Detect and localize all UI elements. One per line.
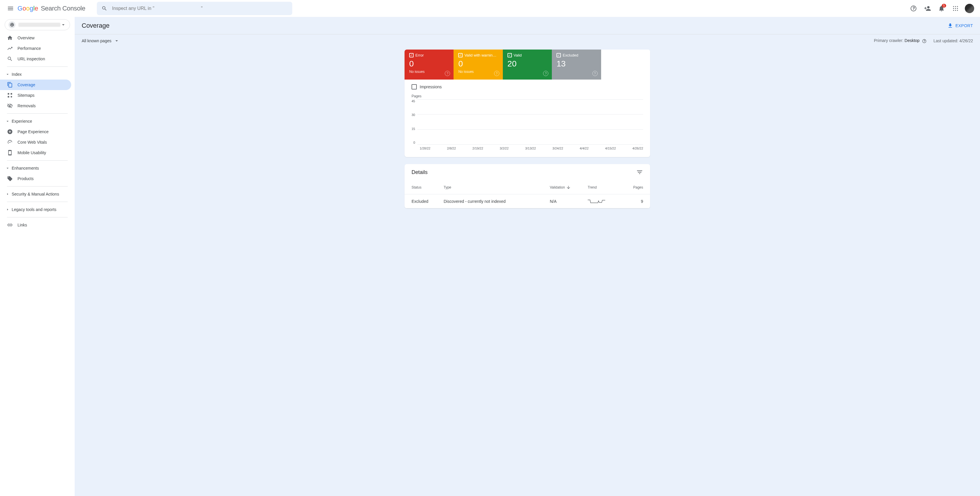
tab-valid-warnings[interactable]: Valid with warnin… 0 No issues ? (453, 49, 503, 79)
help-icon[interactable] (922, 39, 927, 43)
sort-down-icon (566, 185, 571, 190)
nav-label: Coverage (18, 82, 35, 87)
impressions-checkbox[interactable] (412, 84, 417, 89)
page-filter-dropdown[interactable]: All known pages (82, 38, 119, 44)
home-icon (7, 35, 13, 41)
chevron-right-icon (5, 192, 11, 196)
details-title: Details (412, 169, 428, 176)
section-experience[interactable]: Experience (0, 116, 75, 127)
help-icon[interactable]: ? (543, 71, 548, 76)
gauge-icon (7, 139, 13, 145)
chevron-down-icon (5, 166, 11, 171)
nav-links[interactable]: Links (0, 220, 71, 230)
section-enhancements[interactable]: Enhancements (0, 163, 75, 173)
svg-point-2 (955, 6, 956, 7)
hamburger-menu-button[interactable] (5, 3, 16, 14)
chevron-down-icon (5, 119, 11, 124)
nav-overview[interactable]: Overview (0, 33, 71, 43)
svg-text:Google: Google (18, 5, 38, 12)
app-name: Search Console (41, 5, 85, 12)
download-icon (947, 23, 953, 29)
impressions-label: Impressions (420, 84, 442, 89)
nav-label: URL inspection (18, 57, 45, 61)
crawler-info: Primary crawler: Desktop (874, 38, 926, 43)
export-label: EXPORT (956, 23, 973, 28)
section-label: Enhancements (12, 166, 39, 171)
col-trend[interactable]: Trend (588, 185, 625, 189)
avatar-image (965, 4, 974, 13)
nav-products[interactable]: Products (0, 173, 71, 184)
nav-coverage[interactable]: Coverage (0, 79, 71, 90)
property-selector[interactable] (5, 19, 70, 30)
svg-point-4 (953, 8, 954, 9)
section-index[interactable]: Index (0, 69, 75, 79)
account-avatar[interactable] (964, 3, 975, 14)
nav-label: Page Experience (18, 129, 49, 134)
search-icon (7, 56, 13, 62)
tab-valid[interactable]: Valid 20 ? (503, 49, 552, 79)
col-validation[interactable]: Validation (550, 185, 588, 190)
users-button[interactable] (922, 3, 933, 14)
nav-mobile-usability[interactable]: Mobile Usability (0, 147, 71, 158)
circle-plus-icon (7, 129, 13, 135)
tab-excluded[interactable]: Excluded 13 ? (552, 49, 601, 79)
valid-count: 20 (508, 59, 547, 68)
error-count: 0 (409, 59, 449, 68)
coverage-summary-card: Error 0 No issues ? Valid with warnin… 0… (404, 49, 650, 157)
svg-point-8 (955, 10, 956, 11)
property-name-redacted (18, 23, 60, 27)
globe-icon (8, 21, 16, 28)
help-icon[interactable]: ? (494, 71, 500, 76)
url-inspect-search[interactable] (97, 2, 292, 15)
excluded-count: 13 (557, 59, 596, 68)
nav-performance[interactable]: Performance (0, 43, 71, 54)
warning-count: 0 (458, 59, 498, 68)
filter-button[interactable] (636, 169, 643, 176)
dropdown-arrow-icon (114, 38, 119, 44)
help-icon[interactable]: ? (592, 71, 598, 76)
tab-error[interactable]: Error 0 No issues ? (404, 49, 453, 79)
table-row[interactable]: Excluded Discovered - currently not inde… (404, 194, 650, 208)
help-icon[interactable]: ? (445, 71, 450, 76)
sitemap-icon (7, 92, 13, 98)
nav-sitemaps[interactable]: Sitemaps (0, 90, 71, 101)
notifications-button[interactable]: 5 (935, 3, 947, 14)
section-security[interactable]: Security & Manual Actions (0, 189, 75, 199)
nav-url-inspection[interactable]: URL inspection (0, 54, 71, 64)
col-pages[interactable]: Pages (625, 185, 643, 189)
section-label: Experience (12, 119, 32, 124)
nav-label: Removals (18, 103, 36, 108)
checkbox-icon (508, 53, 512, 57)
coverage-chart: Pages 4530150 1/28/222/8/222/19/2 (404, 89, 650, 157)
chevron-down-icon (5, 72, 11, 77)
svg-point-9 (957, 10, 958, 11)
search-icon (102, 6, 107, 11)
user-add-icon (924, 5, 931, 12)
export-button[interactable]: EXPORT (947, 23, 973, 29)
checkbox-icon (409, 53, 414, 57)
help-button[interactable] (908, 3, 920, 14)
col-type[interactable]: Type (444, 185, 550, 189)
filter-label: All known pages (82, 38, 111, 43)
nav-core-web-vitals[interactable]: Core Web Vitals (0, 137, 71, 147)
search-input[interactable] (112, 6, 288, 11)
dropdown-arrow-icon (60, 22, 66, 28)
nav-label: Links (18, 223, 27, 227)
apps-grid-icon (953, 6, 958, 11)
google-logo: Google Search Console (18, 5, 85, 12)
nav-removals[interactable]: Removals (0, 101, 71, 111)
google-apps-button[interactable] (950, 3, 961, 14)
svg-point-7 (953, 10, 954, 11)
col-status[interactable]: Status (412, 185, 444, 189)
svg-point-1 (953, 6, 954, 7)
section-label: Security & Manual Actions (12, 192, 59, 196)
visibility-off-icon (7, 103, 13, 109)
section-label: Index (12, 72, 22, 77)
svg-point-5 (955, 8, 956, 9)
svg-point-3 (957, 6, 958, 7)
nav-label: Sitemaps (18, 93, 34, 98)
section-label: Legacy tools and reports (12, 207, 56, 212)
nav-page-experience[interactable]: Page Experience (0, 127, 71, 137)
last-updated: Last updated: 4/26/22 (934, 38, 973, 43)
section-legacy[interactable]: Legacy tools and reports (0, 204, 75, 215)
